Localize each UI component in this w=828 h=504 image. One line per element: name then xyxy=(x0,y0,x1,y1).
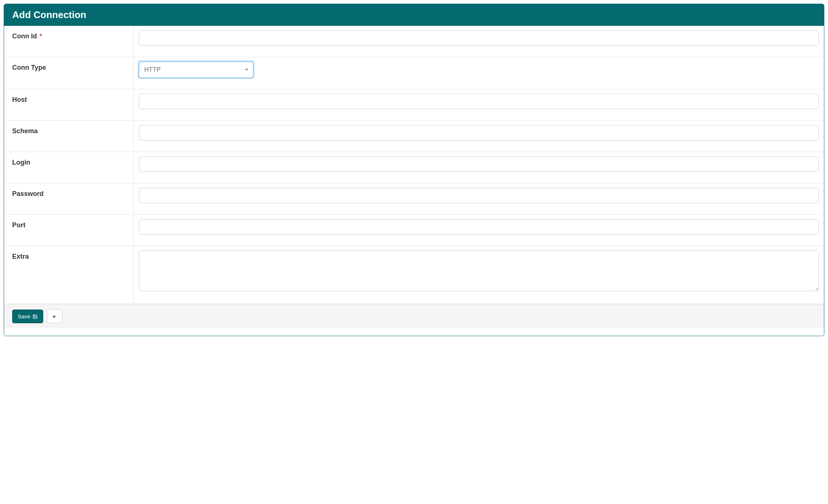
row-schema: Schema xyxy=(4,121,824,152)
save-button-label: Save xyxy=(18,313,30,320)
footer-spacer xyxy=(4,328,824,336)
save-button[interactable]: Save xyxy=(12,310,43,323)
row-extra: Extra xyxy=(4,246,824,304)
row-login: Login xyxy=(4,152,824,183)
chevron-down-icon xyxy=(245,69,249,71)
label-extra: Extra xyxy=(4,246,133,304)
label-password: Password xyxy=(4,183,133,215)
conn-type-selected-value: HTTP xyxy=(144,66,161,73)
label-port: Port xyxy=(4,215,133,246)
add-connection-panel: Add Connection Conn Id * Conn Type HTTP xyxy=(4,4,824,336)
required-star-icon: * xyxy=(40,32,42,40)
schema-input[interactable] xyxy=(139,125,819,141)
label-host: Host xyxy=(4,89,133,121)
extra-textarea[interactable] xyxy=(139,251,819,291)
row-port: Port xyxy=(4,215,824,246)
panel-title: Add Connection xyxy=(4,4,824,26)
row-conn-type: Conn Type HTTP xyxy=(4,57,824,89)
host-input[interactable] xyxy=(139,94,819,109)
back-button[interactable] xyxy=(47,310,62,323)
conn-type-select[interactable]: HTTP xyxy=(139,62,253,78)
connection-form: Conn Id * Conn Type HTTP Host xyxy=(4,26,824,304)
password-input[interactable] xyxy=(139,188,819,203)
label-schema: Schema xyxy=(4,121,133,152)
arrow-left-icon xyxy=(52,314,57,319)
row-host: Host xyxy=(4,89,824,121)
label-login: Login xyxy=(4,152,133,183)
conn-id-input[interactable] xyxy=(139,30,819,46)
label-text-conn-id: Conn Id xyxy=(12,32,37,40)
label-conn-id: Conn Id * xyxy=(4,26,133,57)
row-password: Password xyxy=(4,183,824,215)
login-input[interactable] xyxy=(139,156,819,172)
label-conn-type: Conn Type xyxy=(4,57,133,89)
row-conn-id: Conn Id * xyxy=(4,26,824,57)
save-icon xyxy=(32,314,38,319)
port-input[interactable] xyxy=(139,219,819,235)
form-footer: Save xyxy=(4,304,824,328)
